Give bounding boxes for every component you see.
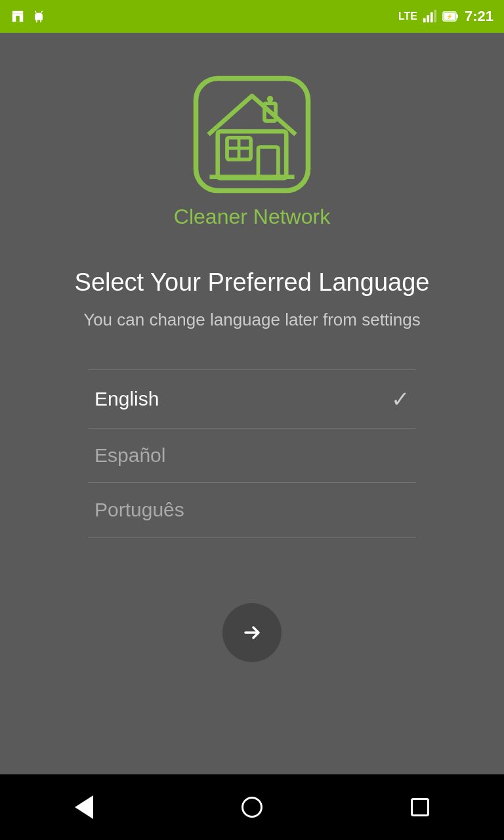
logo-text: Cleaner Network [174,205,330,229]
next-button[interactable] [222,603,282,662]
recents-button[interactable] [394,788,446,827]
recents-icon [411,798,429,816]
svg-rect-7 [427,15,429,22]
svg-rect-11 [456,14,458,18]
svg-rect-9 [434,10,436,22]
page-subtitle: You can change language later from setti… [75,310,430,330]
status-bar-left [10,9,46,24]
svg-rect-8 [430,12,433,23]
nav-bar [0,774,504,840]
language-item-espanol[interactable]: Español [88,429,416,483]
shop-icon [10,9,25,24]
language-item-english[interactable]: English ✓ [88,369,416,429]
title-section: Select Your Preferred Language You can c… [75,268,430,330]
svg-line-4 [35,11,37,13]
svg-rect-1 [16,16,20,22]
status-bar: LTE ⚡ 7:21 [0,0,504,33]
android-icon [32,9,46,24]
svg-line-5 [41,11,43,13]
battery-icon: ⚡ [442,9,459,24]
app-logo-icon [190,72,314,197]
back-button[interactable] [58,788,110,827]
checkmark-english: ✓ [391,386,410,412]
home-button[interactable] [226,788,278,827]
language-list: English ✓ Español Português [88,369,416,537]
svg-rect-6 [423,18,426,22]
main-content: Cleaner Network Select Your Preferred La… [0,33,504,774]
page-title: Select Your Preferred Language [75,268,430,297]
signal-icon [423,9,437,24]
language-name-portugues: Português [94,499,184,521]
home-icon [242,797,262,818]
svg-point-21 [267,96,274,102]
language-name-english: English [94,388,159,410]
language-item-portugues[interactable]: Português [88,483,416,537]
status-time: 7:21 [465,8,494,25]
language-name-espanol: Español [94,444,165,467]
status-bar-right: LTE ⚡ 7:21 [398,8,494,25]
svg-rect-0 [12,11,24,14]
lte-label: LTE [398,10,417,22]
back-icon [75,795,93,819]
svg-rect-19 [259,147,278,178]
logo-container: Cleaner Network [174,72,330,229]
arrow-right-icon [239,620,265,646]
svg-text:⚡: ⚡ [446,13,453,20]
